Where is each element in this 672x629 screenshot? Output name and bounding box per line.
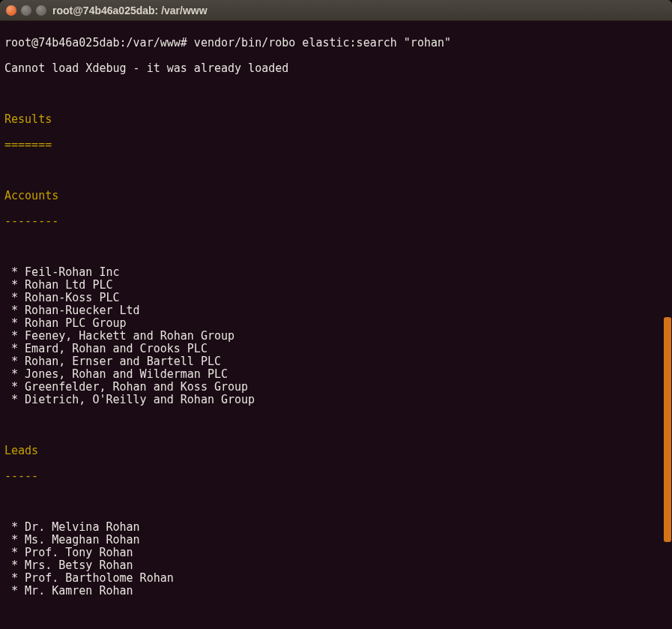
list-item: * Rohan PLC Group <box>4 317 668 330</box>
blank-line <box>4 610 668 623</box>
list-item: * Rohan Ltd PLC <box>4 279 668 292</box>
window-title: root@74b46a025dab: /var/www <box>52 4 208 16</box>
prompt-line: root@74b46a025dab:/var/www# vendor/bin/r… <box>4 37 668 49</box>
blank-line <box>4 419 668 432</box>
output-line: Cannot load Xdebug - it was already load… <box>4 62 668 75</box>
minimize-icon[interactable] <box>21 5 31 16</box>
close-icon[interactable] <box>6 5 16 16</box>
results-header: Results <box>4 113 668 126</box>
list-item: * Prof. Bartholome Rohan <box>4 572 668 585</box>
scrollbar[interactable] <box>663 21 672 629</box>
list-item: * Jones, Rohan and Wilderman PLC <box>4 368 668 381</box>
window-titlebar[interactable]: root@74b46a025dab: /var/www <box>0 0 672 21</box>
list-item: * Feeney, Hackett and Rohan Group <box>4 330 668 343</box>
list-item: * Feil-Rohan Inc <box>4 266 668 279</box>
leads-header: Leads <box>4 445 668 457</box>
accounts-list: * Feil-Rohan Inc * Rohan Ltd PLC * Rohan… <box>4 266 668 406</box>
accounts-underline: -------- <box>4 215 668 228</box>
leads-list: * Dr. Melvina Rohan * Ms. Meaghan Rohan … <box>4 521 668 598</box>
blank-line <box>4 241 668 253</box>
blank-line <box>4 496 668 508</box>
list-item: * Greenfelder, Rohan and Koss Group <box>4 381 668 394</box>
terminal-window: root@74b46a025dab: /var/www root@74b46a0… <box>0 0 672 629</box>
terminal-body[interactable]: root@74b46a025dab:/var/www# vendor/bin/r… <box>0 21 672 629</box>
list-item: * Mr. Kamren Rohan <box>4 585 668 598</box>
list-item: * Rohan-Ruecker Ltd <box>4 304 668 317</box>
results-underline: ======= <box>4 139 668 151</box>
list-item: * Prof. Tony Rohan <box>4 547 668 559</box>
maximize-icon[interactable] <box>36 5 46 16</box>
list-item: * Mrs. Betsy Rohan <box>4 559 668 572</box>
list-item: * Rohan-Koss PLC <box>4 292 668 304</box>
blank-line <box>4 88 668 100</box>
list-item: * Emard, Rohan and Crooks PLC <box>4 343 668 355</box>
list-item: * Dietrich, O'Reilly and Rohan Group <box>4 394 668 406</box>
list-item: * Ms. Meaghan Rohan <box>4 534 668 547</box>
accounts-header: Accounts <box>4 190 668 202</box>
scrollbar-thumb[interactable] <box>664 317 671 542</box>
list-item: * Rohan, Ernser and Bartell PLC <box>4 355 668 368</box>
blank-line <box>4 164 668 177</box>
list-item: * Dr. Melvina Rohan <box>4 521 668 534</box>
leads-underline: ----- <box>4 470 668 483</box>
window-controls <box>6 5 46 16</box>
prompt-text: root@74b46a025dab:/var/www# vendor/bin/r… <box>4 36 451 49</box>
